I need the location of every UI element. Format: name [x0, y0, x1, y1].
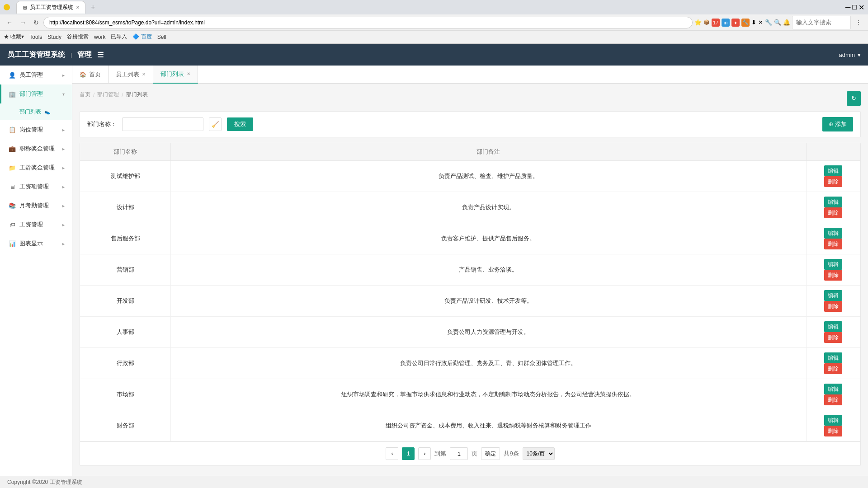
- bookmark-study[interactable]: Study: [47, 34, 61, 40]
- forward-button[interactable]: →: [17, 17, 29, 28]
- edit-button-2[interactable]: 编辑: [824, 228, 842, 239]
- breadcrumb-home[interactable]: 首页: [80, 91, 90, 99]
- edit-button-4[interactable]: 编辑: [824, 290, 842, 301]
- sidebar-item-work-item[interactable]: 🖥 工资项管理 ▸: [0, 177, 72, 196]
- prev-page-button[interactable]: ‹: [386, 447, 398, 460]
- next-page-button[interactable]: ›: [418, 447, 431, 460]
- edit-button-6[interactable]: 编辑: [824, 352, 842, 363]
- minimize-button[interactable]: ─: [845, 3, 850, 11]
- menu-button[interactable]: ⋮: [853, 17, 864, 28]
- sidebar-item-title-bonus[interactable]: 💼 职称奖金管理 ▸: [0, 139, 72, 158]
- chart-icon: 📊: [9, 240, 16, 247]
- browser-search-input[interactable]: [792, 16, 851, 29]
- bookmark-baidu[interactable]: 🔷 百度: [132, 33, 151, 41]
- dept-actions-cell: 编辑 删除: [806, 317, 860, 348]
- tab-employee-list-close[interactable]: ✕: [142, 72, 146, 77]
- delete-button-3[interactable]: 删除: [824, 270, 842, 281]
- sidebar-item-employee[interactable]: 👤 员工管理 ▸: [0, 66, 72, 84]
- table-row: 售后服务部 负责客户维护、提供产品售后服务。 编辑 删除: [80, 223, 860, 254]
- extension-icon10[interactable]: 🔔: [783, 19, 790, 26]
- extension-icon3[interactable]: in: [722, 19, 730, 27]
- employee-icon: 👤: [9, 71, 16, 79]
- extension-icon8[interactable]: 🔧: [765, 19, 772, 26]
- sidebar-item-seniority-bonus[interactable]: 📁 工龄奖金管理 ▸: [0, 158, 72, 177]
- close-window-button[interactable]: ✕: [859, 3, 864, 12]
- edit-button-7[interactable]: 编辑: [824, 384, 842, 394]
- browser-icons: ⭐ 📦 17 in ♦ 🔧 ⬇ ✕ 🔧 🔍 🔔: [694, 19, 790, 27]
- refresh-icon: ↻: [851, 95, 856, 102]
- delete-button-0[interactable]: 删除: [824, 176, 842, 187]
- refresh-top-button[interactable]: ↻: [847, 91, 861, 106]
- sidebar-item-monthly[interactable]: 📚 月考勤管理 ▸: [0, 196, 72, 215]
- delete-button-1[interactable]: 删除: [824, 207, 842, 218]
- delete-button-4[interactable]: 删除: [824, 301, 842, 312]
- tab-dept-list[interactable]: 部门列表 ✕: [153, 66, 198, 84]
- maximize-button[interactable]: □: [852, 3, 857, 11]
- goto-label: 到第: [434, 450, 446, 458]
- back-button[interactable]: ←: [4, 17, 15, 28]
- edit-button-3[interactable]: 编辑: [824, 259, 842, 270]
- edit-button-1[interactable]: 编辑: [824, 197, 842, 207]
- edit-button-0[interactable]: 编辑: [824, 165, 842, 176]
- dept-name-cell: 人事部: [80, 317, 171, 348]
- dept-actions-cell: 编辑 删除: [806, 379, 860, 410]
- search-bar: 部门名称： 🧹 搜索 ⊕ 添加: [80, 111, 861, 137]
- dept-name-cell: 开发部: [80, 286, 171, 317]
- bookmark-work[interactable]: work: [94, 34, 105, 40]
- delete-button-8[interactable]: 删除: [824, 426, 842, 436]
- goto-page-input[interactable]: [450, 447, 468, 460]
- edit-button-8[interactable]: 编辑: [824, 415, 842, 426]
- extension-icon9[interactable]: 🔍: [774, 19, 781, 26]
- new-tab-button[interactable]: +: [88, 2, 98, 12]
- bookmark-gufensousuo[interactable]: 谷粉搜索: [67, 33, 89, 41]
- bookmark-imported[interactable]: 已导入: [111, 33, 127, 41]
- admin-menu[interactable]: admin ▾: [839, 52, 861, 58]
- extension-icon4[interactable]: ♦: [731, 19, 740, 27]
- tab-employee-list[interactable]: 员工列表 ✕: [108, 66, 153, 84]
- department-arrow: ▾: [62, 92, 65, 97]
- extension-icon6[interactable]: ⬇: [751, 19, 756, 26]
- app-subtitle: 管理: [77, 50, 92, 60]
- dept-remark-cell: 产品销售、业务洽谈。: [171, 254, 806, 286]
- star-icon[interactable]: ⭐: [694, 19, 702, 26]
- sidebar-item-position[interactable]: 📋 岗位管理 ▸: [0, 120, 72, 139]
- delete-button-7[interactable]: 删除: [824, 394, 842, 405]
- title-bonus-icon: 💼: [9, 145, 16, 152]
- address-bar[interactable]: [43, 17, 693, 28]
- tab-dept-list-close[interactable]: ✕: [187, 71, 190, 76]
- bookmark-collections[interactable]: ★ 收藏▾: [4, 33, 24, 41]
- goto-confirm-button[interactable]: 确定: [481, 447, 500, 460]
- sidebar-label-position: 岗位管理: [19, 126, 43, 134]
- add-dept-button[interactable]: ⊕ 添加: [822, 117, 853, 131]
- delete-button-6[interactable]: 删除: [824, 363, 842, 374]
- extension-icon1[interactable]: 📦: [703, 19, 710, 25]
- breadcrumb-sep2: /: [122, 92, 123, 98]
- tab-home[interactable]: 🏠 首页: [72, 66, 108, 84]
- sidebar-item-department[interactable]: 🏢 部门管理 ▾: [0, 84, 72, 103]
- bookmark-tools[interactable]: Tools: [29, 34, 42, 40]
- breadcrumb-dept-mgmt[interactable]: 部门管理: [97, 91, 119, 99]
- breadcrumb: 首页 / 部门管理 / 部门列表: [80, 91, 148, 99]
- delete-button-2[interactable]: 删除: [824, 239, 842, 249]
- extension-icon5[interactable]: 🔧: [741, 19, 750, 27]
- search-button[interactable]: 搜索: [227, 117, 253, 131]
- dept-name-search-input[interactable]: [122, 117, 203, 131]
- bookmark-self[interactable]: Self: [157, 34, 167, 40]
- sidebar-subitem-deptlist[interactable]: 部门列表 👟: [0, 103, 72, 120]
- browser-tab[interactable]: 🖥 员工工资管理系统 ✕: [16, 1, 85, 14]
- per-page-select[interactable]: 10条/页 20条/页 50条/页: [523, 447, 555, 460]
- browser-tab-close[interactable]: ✕: [76, 5, 80, 10]
- hamburger-icon[interactable]: ☰: [97, 51, 104, 59]
- refresh-button[interactable]: ↻: [31, 17, 42, 28]
- sidebar-item-work-mgmt[interactable]: 🏷 工资管理 ▸: [0, 215, 72, 234]
- edit-button-5[interactable]: 编辑: [824, 321, 842, 332]
- sidebar-item-chart[interactable]: 📊 图表显示 ▸: [0, 234, 72, 253]
- page-1-button[interactable]: 1: [402, 447, 415, 460]
- sidebar: 👤 员工管理 ▸ 🏢 部门管理 ▾ 部门列表 👟: [0, 66, 72, 476]
- app-footer: Copyright ©2020 工资管理系统: [0, 476, 868, 488]
- delete-button-5[interactable]: 删除: [824, 332, 842, 343]
- search-clear-button[interactable]: 🧹: [209, 117, 222, 131]
- extension-icon7[interactable]: ✕: [758, 19, 763, 26]
- work-item-arrow: ▸: [62, 184, 65, 189]
- extension-icon2[interactable]: 17: [712, 19, 720, 27]
